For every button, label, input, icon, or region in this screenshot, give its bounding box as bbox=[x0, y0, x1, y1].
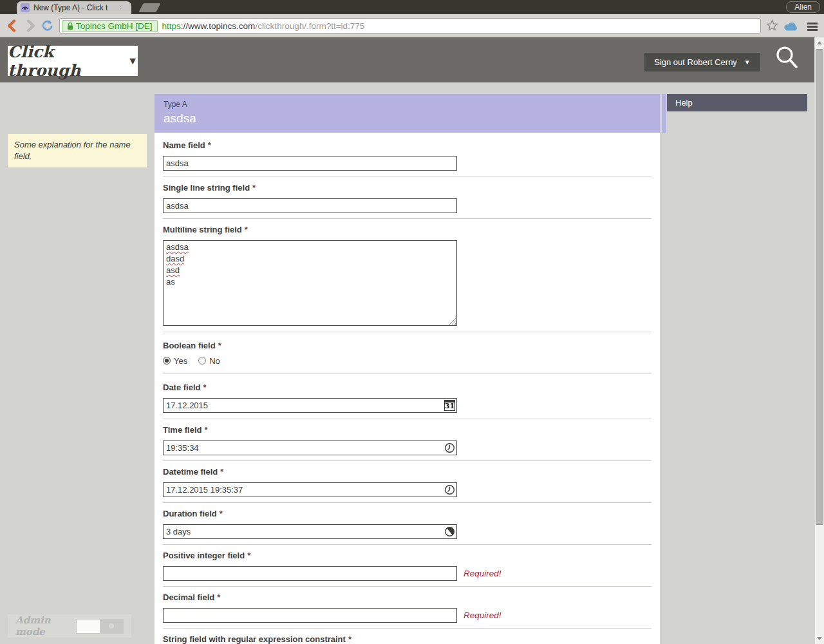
field-group: Date field*31 bbox=[163, 374, 651, 419]
text-input[interactable] bbox=[163, 198, 457, 213]
record-type: Type A bbox=[164, 100, 187, 109]
radio-label: Yes bbox=[174, 356, 187, 366]
required-marker: * bbox=[208, 140, 211, 150]
field-label-text: Name field bbox=[163, 140, 205, 150]
field-label-text: Duration field bbox=[163, 509, 217, 518]
toggle-knob-icon bbox=[109, 623, 114, 629]
record-banner: Type A asdsa bbox=[154, 94, 660, 133]
topincs-eye-icon bbox=[21, 3, 30, 12]
banner-edge-strip bbox=[662, 94, 666, 133]
chevron-down-icon: ▼ bbox=[744, 59, 751, 66]
bookmark-star-icon[interactable] bbox=[766, 19, 778, 32]
toggle-on-half bbox=[100, 620, 123, 633]
tab-title-fade bbox=[109, 1, 120, 14]
field-label: Name field* bbox=[163, 140, 651, 150]
text-input[interactable] bbox=[163, 398, 457, 413]
form-fields: Name field*Single line string field*Mult… bbox=[154, 133, 660, 644]
field-label: Date field* bbox=[163, 383, 651, 392]
required-marker: * bbox=[217, 592, 220, 602]
input-wrap: Required! bbox=[163, 566, 457, 581]
clock-icon[interactable] bbox=[444, 484, 455, 495]
scrollbar-thumb[interactable] bbox=[816, 49, 823, 525]
field-group: Duration field* bbox=[163, 503, 651, 545]
admin-mode-label: Admin mode bbox=[15, 614, 68, 638]
field-label-text: Date field bbox=[163, 383, 201, 392]
url-path: /clickthrough/.form?tt=id:775 bbox=[255, 21, 364, 31]
text-line: asdsa bbox=[166, 242, 454, 253]
radio-unselected-icon[interactable] bbox=[198, 357, 206, 365]
field-label-text: Single line string field bbox=[163, 183, 250, 193]
field-label: Time field* bbox=[163, 425, 651, 435]
admin-mode-toggle[interactable] bbox=[76, 619, 124, 634]
reload-icon[interactable] bbox=[41, 19, 55, 33]
radio-option-yes[interactable]: Yes bbox=[163, 356, 187, 366]
ev-certificate-badge[interactable]: Topincs GmbH [DE] bbox=[62, 20, 158, 32]
browser-tab[interactable]: New (Type A) - Click t × bbox=[17, 1, 131, 14]
resize-handle-icon[interactable] bbox=[449, 317, 456, 325]
text-line-content: asdsa bbox=[166, 242, 189, 252]
required-marker: * bbox=[220, 509, 223, 518]
signout-button[interactable]: Sign out Robert Cerny ▼ bbox=[644, 53, 760, 71]
field-label: Duration field* bbox=[163, 509, 651, 518]
help-panel: Help bbox=[667, 94, 807, 111]
required-error: Required! bbox=[464, 569, 501, 578]
field-label-text: Boolean field bbox=[163, 341, 216, 350]
text-line: dasd bbox=[166, 253, 454, 265]
forward-icon[interactable] bbox=[23, 19, 37, 33]
radio-option-no[interactable]: No bbox=[198, 356, 220, 366]
field-label-text: Datetime field bbox=[163, 467, 218, 477]
cloud-icon[interactable] bbox=[783, 21, 800, 32]
required-marker: * bbox=[218, 341, 221, 350]
text-line: asd bbox=[166, 265, 454, 276]
field-label: Single line string field* bbox=[163, 183, 651, 193]
text-input[interactable] bbox=[163, 524, 457, 539]
field-label-text: String field with regular expression con… bbox=[163, 634, 346, 644]
back-icon[interactable] bbox=[5, 19, 19, 33]
required-marker: * bbox=[204, 425, 207, 435]
page-content: Some explanation for the name field. Typ… bbox=[0, 82, 824, 644]
duration-icon[interactable] bbox=[444, 526, 455, 537]
field-label-text: Positive integer field bbox=[163, 551, 245, 560]
required-error: Required! bbox=[464, 611, 501, 620]
radio-selected-icon[interactable] bbox=[163, 357, 171, 365]
scroll-up-icon[interactable] bbox=[817, 41, 822, 44]
vertical-scrollbar[interactable] bbox=[814, 37, 824, 644]
field-group: Positive integer field*Required! bbox=[163, 545, 651, 587]
text-input[interactable] bbox=[163, 482, 457, 497]
new-tab-button[interactable] bbox=[138, 3, 160, 12]
field-explanation-note: Some explanation for the name field. bbox=[8, 134, 147, 167]
radio-row: YesNo bbox=[163, 356, 651, 365]
text-input[interactable] bbox=[163, 156, 457, 171]
field-group: Single line string field* bbox=[163, 176, 651, 219]
signout-label: Sign out Robert Cerny bbox=[654, 57, 737, 67]
text-input[interactable] bbox=[163, 566, 457, 581]
url-text: https://www.topincs.com/clickthrough/.fo… bbox=[162, 21, 365, 31]
clock-icon[interactable] bbox=[444, 442, 455, 453]
multiline-text-input[interactable]: asdsadasdasdas bbox=[163, 240, 457, 326]
required-marker: * bbox=[348, 634, 351, 644]
text-input[interactable] bbox=[163, 608, 457, 623]
help-panel-header[interactable]: Help bbox=[667, 94, 807, 111]
field-group: Datetime field* bbox=[163, 461, 651, 503]
input-wrap bbox=[163, 440, 457, 455]
search-icon[interactable] bbox=[774, 44, 800, 73]
scroll-down-icon[interactable] bbox=[817, 637, 822, 640]
app-logo-menu[interactable]: Click through ▼ bbox=[8, 46, 138, 76]
window-user-button[interactable]: Alien bbox=[786, 1, 820, 13]
text-input[interactable] bbox=[163, 440, 457, 455]
calendar-icon[interactable]: 31 bbox=[444, 400, 455, 411]
field-label: String field with regular expression con… bbox=[163, 634, 651, 644]
field-group: Multiline string field*asdsadasdasdas bbox=[163, 219, 651, 332]
menu-icon[interactable] bbox=[807, 23, 818, 32]
radio-label: No bbox=[209, 356, 220, 366]
field-label: Boolean field* bbox=[163, 341, 651, 350]
field-group: Name field* bbox=[163, 133, 651, 176]
text-line-content: dasd bbox=[166, 254, 184, 263]
field-label-text: Decimal field bbox=[163, 592, 214, 602]
input-wrap bbox=[163, 524, 457, 539]
input-wrap bbox=[163, 156, 457, 171]
app-header: Click through ▼ Sign out Robert Cerny ▼ bbox=[0, 37, 824, 82]
address-bar[interactable]: Topincs GmbH [DE] https://www.topincs.co… bbox=[59, 18, 761, 33]
admin-mode-panel: Admin mode bbox=[8, 614, 131, 638]
ssl-lock-icon bbox=[67, 22, 73, 30]
